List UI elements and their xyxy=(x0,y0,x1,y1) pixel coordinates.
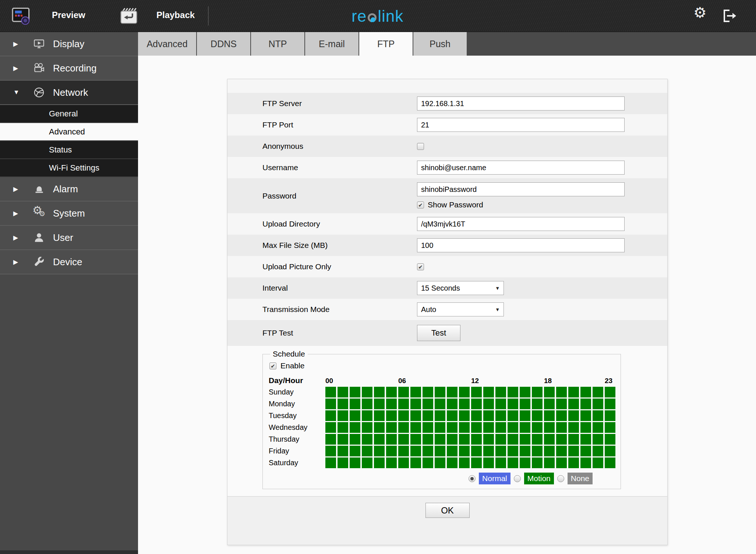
schedule-cell[interactable] xyxy=(605,399,615,409)
schedule-cell[interactable] xyxy=(362,387,372,397)
sidebar-item-alarm[interactable]: ▶ Alarm xyxy=(0,177,138,201)
schedule-cell[interactable] xyxy=(593,434,603,445)
schedule-cell[interactable] xyxy=(398,434,409,445)
schedule-cell[interactable] xyxy=(483,446,494,456)
schedule-cell[interactable] xyxy=(338,387,348,397)
ftp-server-input[interactable] xyxy=(417,97,625,111)
schedule-cell[interactable] xyxy=(580,422,591,433)
playback-button[interactable]: Playback xyxy=(156,10,195,20)
schedule-cell[interactable] xyxy=(556,446,567,456)
tab-advanced[interactable]: Advanced xyxy=(138,32,196,56)
schedule-cell[interactable] xyxy=(483,422,494,433)
schedule-cell[interactable] xyxy=(423,446,433,456)
schedule-cell[interactable] xyxy=(447,422,458,433)
schedule-cell[interactable] xyxy=(495,399,506,409)
schedule-cell[interactable] xyxy=(374,434,385,445)
schedule-cell[interactable] xyxy=(447,434,458,445)
schedule-cell[interactable] xyxy=(338,410,348,421)
schedule-cell[interactable] xyxy=(374,410,385,421)
schedule-cell[interactable] xyxy=(459,446,470,456)
schedule-cell[interactable] xyxy=(398,446,409,456)
sidebar-item-device[interactable]: ▶ Device xyxy=(0,250,138,274)
schedule-cell[interactable] xyxy=(350,387,360,397)
schedule-cell[interactable] xyxy=(508,387,518,397)
schedule-cell[interactable] xyxy=(338,446,348,456)
tab-ddns[interactable]: DDNS xyxy=(197,32,250,56)
schedule-cell[interactable] xyxy=(495,446,506,456)
anonymous-checkbox[interactable] xyxy=(417,143,424,150)
schedule-cell[interactable] xyxy=(398,387,409,397)
upload-picture-only-checkbox[interactable]: ✔ xyxy=(417,263,424,270)
tab-ftp[interactable]: FTP xyxy=(359,32,413,56)
sidebar-item-user[interactable]: ▶ User xyxy=(0,226,138,250)
schedule-cell[interactable] xyxy=(556,457,567,468)
schedule-cell[interactable] xyxy=(362,422,372,433)
schedule-cell[interactable] xyxy=(325,422,336,433)
schedule-cell[interactable] xyxy=(544,410,555,421)
schedule-cell[interactable] xyxy=(556,387,567,397)
schedule-cell[interactable] xyxy=(495,434,506,445)
schedule-cell[interactable] xyxy=(435,387,445,397)
schedule-cell[interactable] xyxy=(386,387,397,397)
schedule-cell[interactable] xyxy=(423,387,433,397)
schedule-cell[interactable] xyxy=(410,434,421,445)
schedule-cell[interactable] xyxy=(532,446,543,456)
sidebar-subitem-wifi-settings[interactable]: Wi-Fi Settings xyxy=(0,159,138,177)
schedule-cell[interactable] xyxy=(544,399,555,409)
schedule-cell[interactable] xyxy=(483,399,494,409)
schedule-cell[interactable] xyxy=(386,399,397,409)
schedule-cell[interactable] xyxy=(483,410,494,421)
schedule-cell[interactable] xyxy=(520,434,530,445)
schedule-cell[interactable] xyxy=(471,434,482,445)
schedule-cell[interactable] xyxy=(580,410,591,421)
schedule-cell[interactable] xyxy=(605,410,615,421)
schedule-cell[interactable] xyxy=(483,387,494,397)
upload-directory-input[interactable] xyxy=(417,217,625,231)
schedule-cell[interactable] xyxy=(459,457,470,468)
schedule-cell[interactable] xyxy=(593,399,603,409)
interval-select[interactable]: 15 Seconds ▼ xyxy=(417,281,504,295)
ftp-port-input[interactable] xyxy=(417,118,625,132)
schedule-cell[interactable] xyxy=(410,422,421,433)
schedule-cell[interactable] xyxy=(508,399,518,409)
schedule-cell[interactable] xyxy=(459,410,470,421)
username-input[interactable] xyxy=(417,161,625,175)
schedule-cell[interactable] xyxy=(423,410,433,421)
schedule-cell[interactable] xyxy=(593,410,603,421)
show-password-checkbox[interactable]: ✔ xyxy=(417,201,424,208)
schedule-cell[interactable] xyxy=(386,422,397,433)
motion-mode-label[interactable]: Motion xyxy=(524,473,554,484)
schedule-cell[interactable] xyxy=(325,434,336,445)
schedule-cell[interactable] xyxy=(605,457,615,468)
sidebar-item-display[interactable]: ▶ Display xyxy=(0,32,138,56)
schedule-cell[interactable] xyxy=(386,446,397,456)
schedule-cell[interactable] xyxy=(556,434,567,445)
schedule-cell[interactable] xyxy=(544,422,555,433)
schedule-cell[interactable] xyxy=(471,410,482,421)
schedule-cell[interactable] xyxy=(350,446,360,456)
schedule-cell[interactable] xyxy=(532,422,543,433)
schedule-cell[interactable] xyxy=(447,457,458,468)
schedule-cell[interactable] xyxy=(568,446,579,456)
sidebar-subitem-status[interactable]: Status xyxy=(0,141,138,159)
sidebar-subitem-general[interactable]: General xyxy=(0,105,138,123)
schedule-cell[interactable] xyxy=(495,387,506,397)
schedule-cell[interactable] xyxy=(532,399,543,409)
schedule-cell[interactable] xyxy=(325,399,336,409)
schedule-cell[interactable] xyxy=(605,387,615,397)
schedule-cell[interactable] xyxy=(459,399,470,409)
schedule-cell[interactable] xyxy=(471,422,482,433)
schedule-cell[interactable] xyxy=(483,434,494,445)
tab-ntp[interactable]: NTP xyxy=(251,32,304,56)
schedule-cell[interactable] xyxy=(544,387,555,397)
schedule-cell[interactable] xyxy=(471,446,482,456)
schedule-cell[interactable] xyxy=(471,457,482,468)
schedule-cell[interactable] xyxy=(338,434,348,445)
schedule-cell[interactable] xyxy=(410,387,421,397)
none-mode-label[interactable]: None xyxy=(568,473,593,484)
schedule-cell[interactable] xyxy=(398,422,409,433)
schedule-cell[interactable] xyxy=(410,457,421,468)
schedule-cell[interactable] xyxy=(508,446,518,456)
schedule-cell[interactable] xyxy=(471,399,482,409)
schedule-cell[interactable] xyxy=(398,399,409,409)
